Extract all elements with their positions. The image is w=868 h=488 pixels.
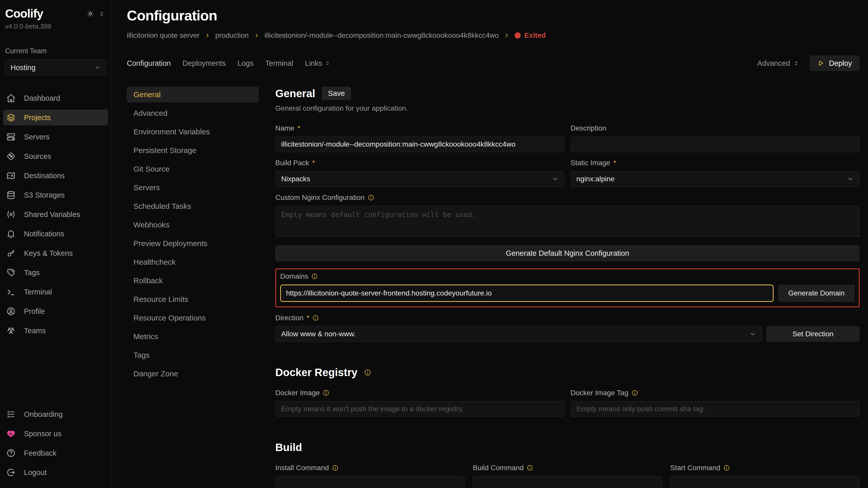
start-command-input[interactable] [670,476,860,488]
sidebar-item-teams[interactable]: Teams [3,323,108,338]
database-icon [6,190,16,200]
sidebar-item-sponsor[interactable]: Sponsor us [3,426,108,442]
required-marker: * [306,314,309,322]
custom-nginx-label: Custom Nginx Configuration [275,194,860,202]
subnav-preview-deployments[interactable]: Preview Deployments [127,236,259,251]
user-circle-icon [6,306,16,317]
direction-select[interactable]: Allow www & non-www. [275,326,762,342]
name-input[interactable] [275,136,564,152]
tab-terminal[interactable]: Terminal [265,59,293,68]
info-icon[interactable] [364,369,371,376]
info-icon[interactable] [527,464,533,471]
build-command-input[interactable] [473,476,662,488]
tab-links[interactable]: Links [305,59,331,68]
sidebar-item-shared-variables[interactable]: Shared Variables [3,206,108,222]
save-button[interactable]: Save [322,87,351,100]
required-marker: * [298,124,300,132]
page-title: Configuration [127,7,860,24]
sidebar-collapse-icon[interactable] [98,10,105,17]
build-command-label: Build Command [473,464,662,472]
generate-nginx-button[interactable]: Generate Default Nginx Configuration [275,245,860,261]
sidebar-item-label: Tags [24,268,39,277]
theme-sun-icon[interactable] [86,10,94,18]
team-select-value: Hosting [10,64,35,72]
sidebar-item-tags[interactable]: Tags [3,265,108,281]
breadcrumb-project[interactable]: illicitonion quote server [127,31,199,39]
sidebar-item-notifications[interactable]: Notifications [3,226,108,242]
deploy-label: Deploy [829,59,852,68]
sidebar-item-destinations[interactable]: Destinations [3,168,108,184]
sidebar-item-label: Onboarding [24,410,63,419]
sidebar-item-onboarding[interactable]: Onboarding [3,406,108,422]
install-command-input[interactable] [275,476,465,488]
play-icon [817,60,825,67]
sidebar-item-label: Shared Variables [24,210,80,219]
sidebar-footer: Onboarding Sponsor us Feedback Logout [5,406,106,480]
subnav-git-source[interactable]: Git Source [127,161,259,177]
help-circle-icon [6,448,16,458]
subnav-rollback[interactable]: Rollback [127,273,259,289]
sidebar-item-profile[interactable]: Profile [3,303,108,319]
info-icon[interactable] [332,464,339,471]
subnav-advanced[interactable]: Advanced [127,105,259,121]
subnav-general[interactable]: General [127,87,259,102]
info-icon[interactable] [631,390,638,396]
static-image-select[interactable]: nginx:alpine [570,171,860,187]
generate-domain-button[interactable]: Generate Domain [778,285,855,302]
build-pack-select[interactable]: Nixpacks [275,171,564,187]
info-icon[interactable] [323,390,330,396]
docker-image-tag-input[interactable] [570,401,860,417]
tab-logs[interactable]: Logs [238,59,254,68]
sidebar-item-servers[interactable]: Servers [3,129,108,145]
sidebar-item-feedback[interactable]: Feedback [3,445,108,461]
description-input[interactable] [570,136,860,152]
subnav-resource-limits[interactable]: Resource Limits [127,291,259,307]
sidebar-item-s3-storages[interactable]: S3 Storages [3,187,108,203]
configuration-content: General Advanced Environment Variables P… [127,87,860,488]
subnav-metrics[interactable]: Metrics [127,329,259,345]
subnav-persistent-storage[interactable]: Persistent Storage [127,142,259,158]
chevron-down-icon [847,176,854,182]
info-icon[interactable] [312,315,319,321]
app-version: v4.0.0-beta.399 [5,23,106,30]
domains-label: Domains [280,272,855,281]
sidebar-item-terminal[interactable]: Terminal [3,284,108,300]
sidebar-item-logout[interactable]: Logout [3,464,108,480]
subnav-resource-operations[interactable]: Resource Operations [127,310,259,326]
sidebar-item-dashboard[interactable]: Dashboard [3,90,108,106]
sidebar-item-projects[interactable]: Projects [3,110,108,125]
subnav-healthcheck[interactable]: Healthcheck [127,254,259,270]
subnav-scheduled-tasks[interactable]: Scheduled Tasks [127,198,259,214]
section-heading-general: General [275,88,315,100]
tab-deployments[interactable]: Deployments [183,59,226,68]
subnav-environment-variables[interactable]: Environment Variables [127,124,259,140]
sidebar-item-keys-tokens[interactable]: Keys & Tokens [3,245,108,261]
sidebar-item-label: Projects [24,113,51,122]
layers-icon [6,112,16,123]
custom-nginx-textarea[interactable] [275,206,860,237]
status-dot-icon [515,32,521,38]
team-select[interactable]: Hosting [5,60,106,75]
domains-input[interactable] [280,285,774,302]
required-marker: * [312,159,315,167]
subnav-webhooks[interactable]: Webhooks [127,217,259,233]
docker-image-input[interactable] [275,401,564,417]
subnav-tags[interactable]: Tags [127,347,259,363]
subnav-servers[interactable]: Servers [127,180,259,196]
status-text: Exited [524,31,546,39]
advanced-menu[interactable]: Advanced [757,59,799,68]
info-icon[interactable] [311,273,318,280]
domains-highlight-box: Domains Generate Domain [275,268,860,307]
deploy-button[interactable]: Deploy [810,55,860,71]
info-icon[interactable] [723,464,730,471]
subnav-danger-zone[interactable]: Danger Zone [127,366,259,382]
app-logo: Coolify [5,7,43,21]
sidebar-item-sources[interactable]: Sources [3,149,108,164]
breadcrumb-application[interactable]: illicitestonion/-module--decomposition:m… [265,31,499,39]
build-pack-value: Nixpacks [281,175,310,183]
info-icon[interactable] [368,194,374,201]
set-direction-button[interactable]: Set Direction [767,326,860,342]
tab-configuration[interactable]: Configuration [127,59,171,68]
breadcrumb-environment[interactable]: production [215,31,249,39]
sidebar-item-label: Feedback [24,449,56,457]
